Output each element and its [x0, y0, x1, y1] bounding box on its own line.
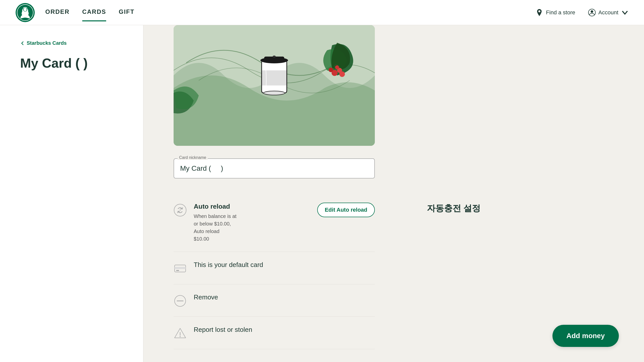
back-chevron-icon — [20, 41, 25, 46]
remove-icon — [174, 294, 187, 307]
svg-rect-24 — [176, 270, 179, 271]
main-nav: ORDER CARDS GIFT — [45, 8, 135, 17]
back-link[interactable]: Starbucks Cards — [20, 40, 123, 46]
sidebar: Starbucks Cards My Card ( ) — [0, 25, 143, 362]
svg-rect-10 — [261, 70, 287, 85]
card-image — [174, 25, 375, 146]
svg-point-7 — [591, 10, 593, 13]
auto-reload-icon: + — [174, 204, 187, 217]
content-area: Card nickname + Auto reload When balance… — [143, 25, 644, 362]
remove-row[interactable]: Remove — [174, 284, 375, 317]
report-lost-icon — [174, 327, 187, 340]
chevron-down-icon — [621, 9, 629, 17]
header-right: Find a store Account — [535, 9, 629, 17]
svg-point-14 — [264, 91, 285, 95]
report-lost-label: Report lost or stolen — [194, 326, 375, 334]
action-rows: + Auto reload When balance is at or belo… — [174, 194, 375, 349]
nickname-label: Card nickname — [178, 155, 208, 160]
report-lost-row[interactable]: Report lost or stolen — [174, 317, 375, 349]
svg-point-4 — [24, 8, 27, 11]
starbucks-logo[interactable] — [15, 3, 35, 23]
default-card-icon — [174, 262, 187, 275]
report-lost-text: Report lost or stolen — [194, 326, 375, 334]
nickname-input[interactable] — [174, 158, 375, 178]
account-icon — [588, 9, 596, 17]
auto-reload-row: + Auto reload When balance is at or belo… — [174, 194, 375, 252]
korean-label: 자동충전 설정 — [427, 203, 480, 214]
remove-text: Remove — [194, 293, 375, 301]
default-card-row: This is your default card — [174, 252, 375, 284]
nav-gift[interactable]: GIFT — [119, 8, 135, 17]
find-store-label: Find a store — [546, 9, 575, 16]
svg-point-13 — [273, 56, 276, 58]
nav-cards[interactable]: CARDS — [82, 8, 106, 17]
location-icon — [535, 9, 543, 17]
card-nickname-field: Card nickname — [174, 158, 375, 178]
svg-point-17 — [329, 68, 333, 72]
account-label: Account — [598, 9, 619, 16]
svg-point-28 — [180, 336, 181, 337]
header: ORDER CARDS GIFT Find a store Account — [0, 0, 644, 25]
default-card-label: This is your default card — [194, 261, 375, 269]
svg-rect-23 — [175, 267, 186, 269]
default-card-text: This is your default card — [194, 261, 375, 269]
nav-order[interactable]: ORDER — [45, 8, 70, 17]
add-money-button[interactable]: Add money — [552, 325, 619, 347]
remove-label: Remove — [194, 293, 375, 301]
edit-auto-reload-button[interactable]: Edit Auto reload — [317, 203, 375, 217]
find-store-button[interactable]: Find a store — [535, 9, 575, 17]
back-link-label: Starbucks Cards — [27, 40, 67, 46]
sidebar-card-title: My Card ( ) — [20, 56, 123, 70]
svg-point-19 — [339, 71, 345, 77]
svg-text:+: + — [179, 208, 181, 212]
account-button[interactable]: Account — [588, 9, 629, 17]
main-layout: Starbucks Cards My Card ( ) — [0, 25, 644, 362]
svg-point-5 — [538, 10, 540, 12]
